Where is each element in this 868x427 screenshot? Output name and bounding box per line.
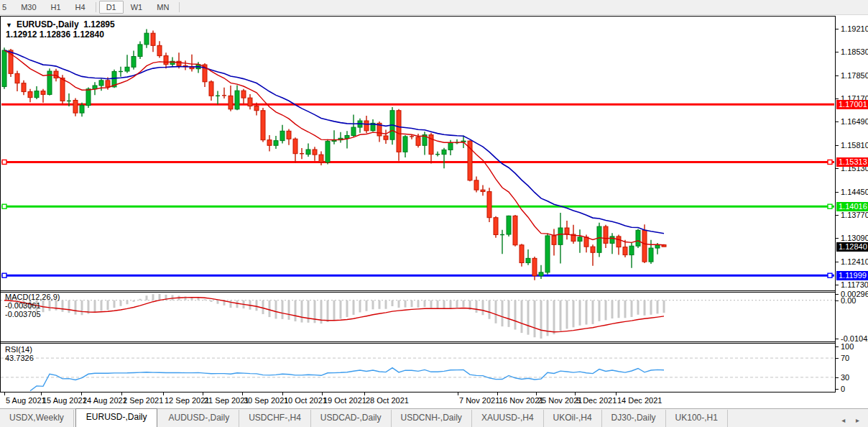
price-axis-label: 1.11730 — [841, 280, 868, 289]
chart-tab-usdchf[interactable]: USDCHF-,H4 — [239, 410, 311, 427]
chart-tab-dj30[interactable]: DJ30-,Daily — [602, 410, 666, 427]
level-price-badge: 1.17001 — [836, 100, 868, 109]
date-axis-tick — [575, 392, 576, 395]
price-axis-tick — [836, 98, 839, 99]
tab-scroll-arrows[interactable]: ◂ ▸ — [841, 416, 864, 424]
date-axis-tick — [536, 392, 537, 395]
date-axis-tick — [322, 392, 323, 395]
current-price-badge: 1.12840 — [836, 242, 868, 252]
date-axis-label: 2 Sep 2021 — [123, 396, 163, 405]
date-axis-label: 5 Dec 2021 — [576, 396, 617, 405]
price-axis[interactable]: 1.192101.185301.178501.171701.164901.158… — [836, 16, 868, 392]
macd-axis-label: 0.00 — [841, 296, 856, 305]
price-axis-tick — [836, 238, 839, 239]
rsi-axis-tick — [836, 358, 839, 359]
price-axis-label: 1.13770 — [841, 211, 868, 219]
chart-title: ▼EURUSD-,Daily 1.12895 1.12912 1.12836 1… — [6, 19, 115, 40]
chart-tab-bar: USDX,WeeklyEURUSD-,DailyAUDUSD-,DailyUSD… — [0, 408, 868, 427]
date-axis-tick — [163, 392, 164, 395]
date-axis-tick — [121, 392, 122, 395]
price-axis-label: 1.13090 — [841, 234, 868, 242]
date-axis-tick — [364, 392, 365, 395]
price-axis-tick — [836, 52, 839, 52]
price-axis-tick — [836, 29, 839, 29]
date-axis-tick — [458, 392, 458, 395]
macd-axis-tick — [836, 300, 839, 301]
price-axis-label: 1.19210 — [841, 24, 868, 33]
price-axis-label: 1.15810 — [841, 141, 868, 150]
date-axis[interactable]: 5 Aug 202115 Aug 202124 Aug 20212 Sep 20… — [0, 392, 836, 408]
level-price-badge: 1.11999 — [836, 271, 868, 280]
date-axis-label: 24 Aug 2021 — [83, 396, 127, 405]
chart-tab-ukoil[interactable]: UKOil-,H4 — [544, 410, 602, 427]
macd-axis-tick — [836, 294, 839, 295]
chart-tab-usdcnh[interactable]: USDCNH-,Daily — [392, 410, 472, 427]
price-axis-tick — [836, 121, 839, 122]
price-axis-tick — [836, 215, 839, 216]
chart-tab-eurusd[interactable]: EURUSD-,Daily — [75, 408, 158, 427]
rsi-axis-label: 30 — [841, 373, 849, 382]
date-axis-label: 19 Oct 2021 — [323, 396, 366, 405]
rsi-axis-label: 100 — [841, 342, 854, 351]
date-axis-label: 12 Sep 2021 — [165, 396, 209, 405]
price-axis-label: 1.12410 — [841, 257, 868, 266]
rsi-axis-tick — [836, 389, 839, 390]
date-axis-label: 15 Aug 2021 — [42, 396, 87, 405]
price-axis-tick — [836, 192, 839, 193]
price-axis-tick — [836, 75, 839, 76]
chart-tab-xauusd[interactable]: XAUUSD-,H4 — [472, 410, 544, 427]
date-axis-tick — [4, 392, 5, 395]
price-axis-tick — [836, 168, 839, 169]
date-axis-tick — [81, 392, 82, 395]
price-axis-label: 1.18530 — [841, 47, 868, 56]
level-price-badge: 1.15313 — [836, 157, 868, 167]
price-axis-tick — [836, 285, 839, 285]
date-axis-tick — [282, 392, 283, 395]
rsi-indicator-label: RSI(14) 43.7326 — [5, 345, 34, 362]
chart-tab-usdcad[interactable]: USDCAD-,Daily — [311, 410, 392, 427]
date-axis-label: 21 Sep 2021 — [204, 396, 249, 405]
price-axis-label: 1.16490 — [841, 117, 868, 126]
date-axis-tick — [242, 392, 243, 395]
chart-symbol-label: EURUSD-,Daily — [17, 19, 79, 29]
date-axis-tick — [203, 392, 203, 395]
price-axis-label: 1.17850 — [841, 71, 868, 80]
date-axis-label: 5 Aug 2021 — [6, 396, 46, 405]
rsi-axis-label: 70 — [841, 354, 849, 362]
date-axis-label: 28 Oct 2021 — [366, 396, 409, 405]
chart-tab-audusd[interactable]: AUDUSD-,Daily — [159, 410, 239, 427]
macd-axis-tick — [836, 339, 839, 339]
date-axis-label: 30 Sep 2021 — [244, 396, 288, 405]
date-axis-label: 14 Dec 2021 — [617, 396, 662, 405]
date-axis-label: 10 Oct 2021 — [284, 396, 327, 405]
chart-tab-uk100[interactable]: UK100-,H1 — [666, 410, 728, 427]
rsi-axis-tick — [836, 377, 839, 378]
price-axis-label: 1.14450 — [841, 188, 868, 196]
rsi-axis-tick — [836, 346, 839, 347]
chart-canvas[interactable] — [0, 0, 836, 392]
rsi-axis-label: 0 — [841, 385, 845, 393]
chart-tab-usdx[interactable]: USDX,Weekly — [0, 410, 74, 427]
date-axis-tick — [41, 392, 42, 395]
date-axis-tick — [616, 392, 617, 395]
price-axis-tick — [836, 262, 839, 262]
macd-indicator-label: MACD(12,26,9) -0.003061 -0.003705 — [5, 293, 60, 318]
date-axis-label: 7 Nov 2021 — [459, 396, 499, 405]
price-axis-tick — [836, 145, 839, 146]
date-axis-tick — [497, 392, 498, 395]
mt4-terminal: 5M30H1H4D1W1MN ▼EURUSD-,Daily 1.12895 1.… — [0, 0, 868, 427]
level-price-badge: 1.14016 — [836, 202, 868, 211]
chart-dropdown-icon[interactable]: ▼ — [6, 22, 12, 29]
